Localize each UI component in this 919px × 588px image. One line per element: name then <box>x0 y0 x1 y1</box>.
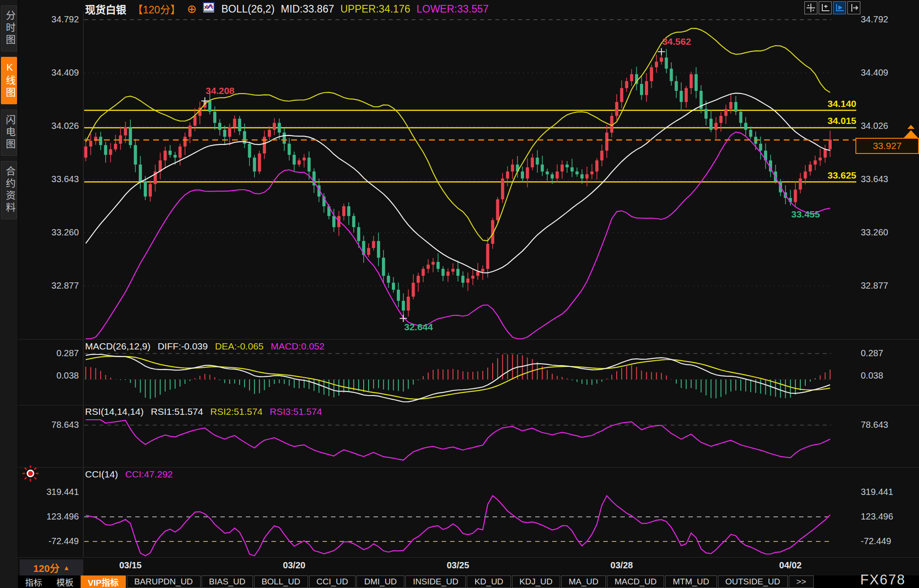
tab-KDJ_UD[interactable]: KDJ_UD <box>512 575 560 588</box>
sidebar: 分时图K线图闪电图合约资料 <box>0 0 18 588</box>
tab-CCI_UD[interactable]: CCI_UD <box>309 575 356 588</box>
price-annotation: 32.644 <box>387 322 450 332</box>
cci-axis-label-left: 319.441 <box>30 487 79 497</box>
rsi-axis-label-right: 78.643 <box>861 420 915 430</box>
tab-INSIDE_UD[interactable]: INSIDE_UD <box>405 575 466 588</box>
price-axis-label-right: 34.409 <box>861 68 915 78</box>
tab-MA_UD[interactable]: MA_UD <box>561 575 606 588</box>
cci-title: CCI(14) <box>85 469 118 480</box>
rsi-header: RSI(14,14,14) RSI1:51.574 RSI2:51.574 RS… <box>85 406 322 417</box>
chart-toolbar <box>804 1 860 14</box>
indicator-tabbar: 指标模板VIP指标BARUPDN_UDBIAS_UDBOLL_UDCCI_UDD… <box>18 575 919 588</box>
cci-axis-label-left: 123.496 <box>30 511 79 522</box>
panel-divider <box>18 557 919 558</box>
cci-axis-label-right: -72.449 <box>861 536 915 546</box>
panel-divider <box>18 339 919 340</box>
tab-BOLL_UD[interactable]: BOLL_UD <box>254 575 308 588</box>
price-axis-label-right: 32.877 <box>861 281 915 291</box>
period-arrow-icon: ▲ <box>63 564 70 571</box>
macd-dea-value: DEA:-0.065 <box>215 341 264 352</box>
price-annotation: 33.455 <box>774 209 837 220</box>
hline-label: 34.015 <box>776 115 856 126</box>
sidebar-item-3[interactable]: 合约资料 <box>1 161 17 219</box>
macd-header: MACD(26,12,9) DIFF:-0.039 DEA:-0.065 MAC… <box>85 341 325 352</box>
price-axis-label-right: 33.260 <box>861 227 915 238</box>
tab-MTM_UD[interactable]: MTM_UD <box>665 575 717 588</box>
price-annotation: 34.562 <box>645 36 708 47</box>
boll-mid-value: MID:33.867 <box>281 3 334 15</box>
axis-scale-icon[interactable] <box>819 1 832 14</box>
tab-BARUPDN_UD[interactable]: BARUPDN_UD <box>127 575 201 588</box>
macd-axis-label-right: 0.038 <box>861 371 915 381</box>
price-axis-label-left: 32.877 <box>30 281 79 291</box>
watermark: FX678 <box>860 572 906 588</box>
macd-axis-label-left: 0.287 <box>30 348 79 358</box>
period-label: 【120分】 <box>133 1 180 17</box>
add-indicator-icon[interactable]: ⊕ <box>187 4 197 14</box>
symbol-title: 现货白银 <box>85 1 126 17</box>
current-price-box: 33.927 <box>855 138 919 154</box>
tab-OUTSIDE_UD[interactable]: OUTSIDE_UD <box>718 575 788 588</box>
cci-axis-label-left: -72.449 <box>30 536 79 546</box>
current-price-value: 33.927 <box>873 141 902 151</box>
price-axis-label-left: 34.026 <box>30 121 79 131</box>
price-axis-label-left: 33.260 <box>30 227 79 238</box>
rsi2-value: RSI2:51.574 <box>210 406 263 417</box>
tab-BIAS_UD[interactable]: BIAS_UD <box>202 575 253 588</box>
boll-upper-value: UPPER:34.176 <box>340 3 410 15</box>
tab-指标[interactable]: 指标 <box>18 575 49 588</box>
cci-header: CCI(14) CCI:47.292 <box>85 469 173 480</box>
tab-DMI_UD[interactable]: DMI_UD <box>356 575 404 588</box>
tab-KD_UD[interactable]: KD_UD <box>467 575 511 588</box>
price-axis-label-left: 34.792 <box>30 14 79 25</box>
x-axis-tick: 03/28 <box>597 560 646 571</box>
cci-axis-label-right: 123.496 <box>861 511 915 522</box>
chart-header: 现货白银 【120分】 ⊕ BOLL(26,2) MID:33.867 UPPE… <box>85 2 489 16</box>
macd-axis-label-left: 0.038 <box>30 371 79 381</box>
axis-shift-icon[interactable] <box>847 1 860 14</box>
macd-diff-value: DIFF:-0.039 <box>158 341 208 352</box>
boll-lower-value: LOWER:33.557 <box>417 3 489 15</box>
boll-label: BOLL(26,2) <box>221 3 275 15</box>
chart-canvas[interactable] <box>0 0 919 588</box>
panel-divider <box>18 405 919 405</box>
tab-VIP指标[interactable]: VIP指标 <box>81 575 126 588</box>
cci-value: CCI:47.292 <box>125 469 173 480</box>
rsi-axis-label-left: 78.643 <box>30 420 79 430</box>
period-selector[interactable]: 120分 ▲ <box>20 559 83 575</box>
rsi1-value: RSI1:51.574 <box>151 406 203 417</box>
price-axis-label-right: 33.643 <box>861 174 915 184</box>
axis-play-icon[interactable] <box>833 1 846 14</box>
price-axis-label-right: 34.026 <box>861 121 915 131</box>
tab->>[interactable]: >> <box>789 575 814 588</box>
price-axis-label-left: 33.643 <box>30 174 79 184</box>
sidebar-item-1[interactable]: K线图 <box>1 57 17 104</box>
panel-divider <box>18 467 919 468</box>
hline-label: 33.625 <box>776 170 856 181</box>
rsi-title: RSI(14,14,14) <box>85 406 144 417</box>
macd-axis-label-right: 0.287 <box>861 348 915 358</box>
period-value: 120分 <box>33 560 60 575</box>
pan-crosshair-icon[interactable] <box>804 1 817 14</box>
x-axis-tick: 03/15 <box>106 560 155 571</box>
rsi3-value: RSI3:51.574 <box>270 406 322 417</box>
macd-macd-value: MACD:0.052 <box>271 341 325 352</box>
tab-模板[interactable]: 模板 <box>49 575 81 588</box>
macd-title: MACD(26,12,9) <box>85 341 150 352</box>
price-axis-label-left: 34.409 <box>30 68 79 78</box>
sidebar-item-2[interactable]: 闪电图 <box>1 110 17 156</box>
x-axis-tick: 04/02 <box>766 560 815 571</box>
hline-label: 34.140 <box>776 98 856 109</box>
price-annotation: 34.208 <box>189 85 251 96</box>
indicator-chart-icon <box>203 2 215 16</box>
x-axis-tick: 03/20 <box>270 560 319 571</box>
cci-axis-label-right: 319.441 <box>861 487 915 497</box>
tab-MACD_UD[interactable]: MACD_UD <box>607 575 664 588</box>
price-axis-label-right: 34.792 <box>861 14 915 25</box>
x-axis-tick: 03/25 <box>434 560 483 571</box>
sidebar-item-0[interactable]: 分时图 <box>1 5 17 51</box>
